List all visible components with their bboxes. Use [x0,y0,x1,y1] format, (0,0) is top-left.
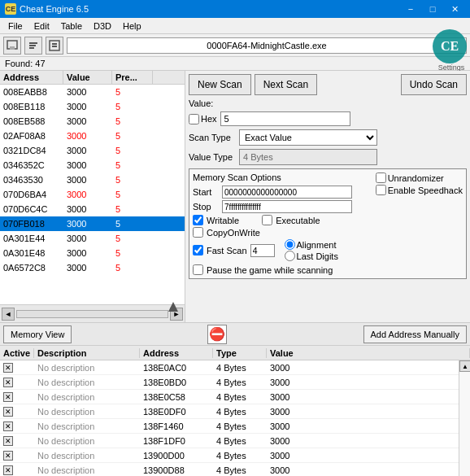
fast-scan-input[interactable] [250,244,275,257]
cell-prev: 5 [112,116,153,126]
bottom-row[interactable]: ✕No description13900D884 Bytes3000 [0,463,470,476]
bottom-panel: Active Description Address Type Value ✕N… [0,346,470,476]
lastdigits-row[interactable]: Last Digits [285,251,338,261]
cell-value: 3000 [63,146,112,155]
alignment-row[interactable]: Alignment [285,239,338,250]
toolbar-btn-2[interactable] [24,37,42,55]
bottom-row[interactable]: ✕No description138F1DF04 Bytes3000 [0,434,470,448]
alignment-label: Alignment [297,240,337,250]
new-scan-button[interactable]: New Scan [189,74,251,95]
alignment-radio[interactable] [285,239,295,250]
bcell-description: No description [34,407,140,417]
menu-d3d[interactable]: D3D [89,20,116,33]
hex-checkbox-container[interactable]: Hex [189,114,217,124]
table-row[interactable]: 070D6C4C30005 [0,202,185,216]
table-row[interactable]: 008EABB830005 [0,85,185,99]
toolbar-btn-3[interactable] [46,37,63,55]
active-checkbox-icon: ✕ [3,392,13,402]
maximize-button[interactable]: □ [422,2,443,16]
table-row[interactable]: 008EB11830005 [0,99,185,114]
menu-bar: File Edit Table D3D Help [0,18,470,34]
unrandomizer-label: Unrandomizer [388,173,444,183]
minimize-button[interactable]: − [400,2,421,16]
bottom-row[interactable]: ✕No description138E0BD04 Bytes3000 [0,375,470,390]
scan-type-select[interactable]: Exact Value Bigger than... Smaller than.… [239,129,377,146]
start-input[interactable] [222,186,352,199]
menu-file[interactable]: File [3,20,28,33]
table-row[interactable]: 0346352C30005 [0,158,185,172]
toolbar-btn-1[interactable] [3,37,21,55]
active-checkbox-icon: ✕ [3,421,13,431]
cell-address: 070D6BA4 [0,190,63,199]
drag-handle[interactable] [168,301,179,314]
cell-address: 008EB588 [0,116,63,126]
unrandomizer-checkbox[interactable] [376,172,386,183]
hex-checkbox[interactable] [189,114,199,124]
writable-checkbox[interactable] [193,215,203,225]
scroll-up-btn[interactable]: ▲ [459,360,470,372]
speedhack-checkbox[interactable] [376,185,386,195]
stop-input[interactable] [222,200,352,213]
lastdigits-radio[interactable] [285,251,295,261]
menu-table[interactable]: Table [56,20,87,33]
add-address-button[interactable]: Add Address Manually [363,325,467,343]
table-row[interactable]: 0A301E4430005 [0,231,185,246]
found-count: Found: 47 [5,59,46,68]
bcell-active: ✕ [0,465,34,475]
pause-checkbox[interactable] [193,264,203,275]
cell-value: 3000 [63,175,112,185]
cell-address: 0A6572C8 [0,263,63,273]
table-row[interactable]: 0321DC8430005 [0,143,185,158]
cell-value: 3000 [63,190,112,199]
cell-value: 3000 [63,102,112,111]
bcell-description: No description [34,421,140,431]
close-button[interactable]: ✕ [444,2,465,16]
cell-value: 3000 [63,204,112,214]
bottom-row[interactable]: ✕No description138E0DF04 Bytes3000 [0,404,470,419]
bcell-address: 138F1DF0 [140,436,213,446]
scroll-left-arrow[interactable]: ◄ [2,308,15,321]
cell-prev: 5 [112,190,153,199]
bottom-scrollbar[interactable]: ▲▼ [459,360,470,476]
bcell-value: 3000 [267,407,470,417]
unrandomizer-row[interactable]: Unrandomizer [376,172,463,183]
copyonwrite-row: CopyOnWrite [193,227,352,238]
speedhack-row[interactable]: Enable Speedhack [376,185,463,195]
menu-edit[interactable]: Edit [29,20,54,33]
bcell-value: 3000 [267,363,470,373]
value-row: Value: [189,98,467,108]
next-scan-button[interactable]: Next Scan [255,74,317,95]
menu-help[interactable]: Help [118,20,146,33]
found-bar: Found: 47 [0,57,470,71]
table-row[interactable]: 0A6572C830005 [0,260,185,275]
svg-marker-5 [168,302,178,312]
scan-buttons: New Scan Next Scan Undo Scan [189,74,467,95]
value-input[interactable] [220,111,350,126]
memory-view-button[interactable]: Memory View [3,325,72,343]
cell-prev: 5 [112,248,153,258]
executable-checkbox[interactable] [262,215,272,225]
bottom-toolbar: Memory View ⛔ Add Address Manually [0,323,470,346]
cell-value: 3000 [63,263,112,273]
cell-value: 3000 [63,131,112,141]
process-input[interactable] [67,37,467,54]
table-row[interactable]: 070D6BA430005 [0,187,185,202]
table-row[interactable]: 0346353030005 [0,172,185,187]
table-row[interactable]: 02AF08A830005 [0,129,185,143]
bottom-row[interactable]: ✕No description138E0AC04 Bytes3000 [0,360,470,375]
bottom-row[interactable]: ✕No description138E0C584 Bytes3000 [0,390,470,404]
bottom-row[interactable]: ✕No description13900D004 Bytes3000 [0,448,470,463]
stop-button[interactable]: ⛔ [207,325,227,344]
table-row[interactable]: 0A301E4830005 [0,246,185,260]
copyonwrite-checkbox[interactable] [193,227,203,238]
bcell-active: ✕ [0,451,34,461]
bottom-row[interactable]: ✕No description138F14604 Bytes3000 [0,419,470,434]
table-row[interactable]: 008EB58830005 [0,114,185,129]
header-address: Address [0,71,63,84]
table-row[interactable]: 070FB01830005 [0,216,185,231]
fast-scan-checkbox[interactable] [193,245,203,255]
bth-type: Type [213,348,267,358]
undo-scan-button[interactable]: Undo Scan [401,74,467,95]
hex-label: Hex [201,114,217,124]
cell-prev: 5 [112,204,153,214]
